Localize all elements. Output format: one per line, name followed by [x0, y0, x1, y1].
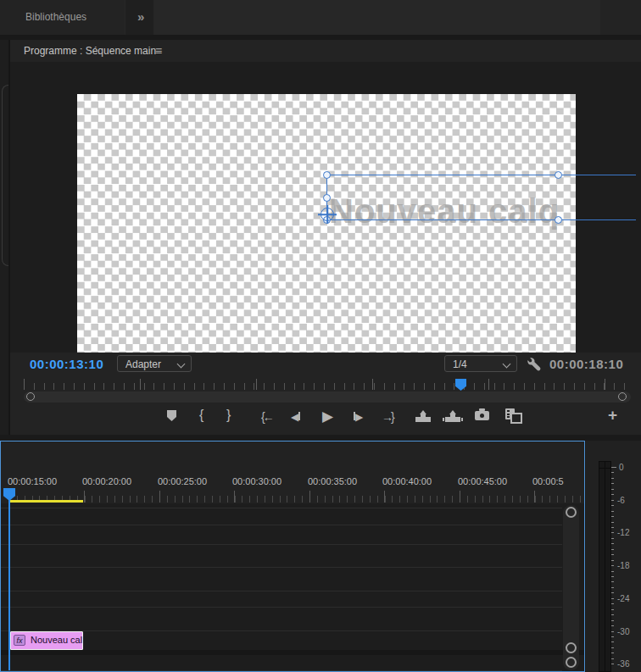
meter-scale-label: -24 — [617, 594, 629, 603]
monitor-zoom-scrollbar[interactable] — [24, 392, 631, 403]
ruler-label: 00:00:20:00 — [82, 476, 131, 486]
track-separator — [1, 607, 562, 608]
selection-handle-top-left[interactable] — [323, 171, 331, 179]
ruler-label: 00:00:40:00 — [382, 476, 432, 486]
chevron-down-icon — [177, 360, 186, 369]
scrollbar-right-knob[interactable] — [618, 392, 627, 401]
track-separator — [1, 591, 562, 591]
ruler-label: 00:00:45:00 — [458, 476, 507, 486]
track-separator — [1, 630, 562, 631]
track-separator — [1, 525, 562, 525]
zoom-level-dropdown[interactable]: Adapter — [117, 355, 192, 372]
bracket-glyph: } — [391, 410, 393, 424]
add-marker-button[interactable] — [167, 410, 176, 421]
selection-handle-mid-left[interactable] — [323, 194, 331, 202]
track-group-divider[interactable] — [1, 650, 584, 655]
selection-bottom-line — [326, 219, 636, 220]
export-frame-button[interactable] — [475, 411, 489, 420]
meter-scale-label: -6 — [617, 496, 625, 505]
playback-resolution-dropdown[interactable]: 1/4 — [444, 355, 517, 372]
tab-bar-right-spacer — [600, 0, 641, 35]
ruler-label: 00:00:5 — [532, 476, 564, 486]
render-bar-yellow — [10, 500, 83, 503]
panel-tab-bar: Bibliothèques » — [0, 0, 641, 35]
film-front-frame — [510, 413, 522, 424]
premiere-window: Bibliothèques » Programme : Séquence mai… — [0, 0, 641, 672]
program-monitor-title: Programme : Séquence main — [24, 40, 156, 62]
meter-scale-label: -30 — [617, 627, 629, 636]
triangle-left-glyph: ◀ — [291, 411, 298, 423]
zoom-level-value: Adapter — [125, 358, 161, 370]
ruler-label: 00:00:35:00 — [308, 476, 357, 486]
mark-in-button[interactable]: { — [199, 409, 203, 421]
ruler-label: 00:00:15:00 — [8, 476, 57, 486]
triangle-right-glyph: ▶ — [355, 411, 363, 423]
extract-icon-left-tab — [443, 418, 444, 421]
go-to-in-button[interactable]: {← — [261, 410, 272, 424]
panel-menu-icon[interactable]: ≡ — [155, 40, 162, 62]
ruler-label: 00:00:25:00 — [158, 476, 207, 486]
tab-libraries[interactable]: Bibliothèques — [0, 0, 125, 35]
clip-label: Nouveau cal — [31, 632, 82, 648]
meter-scale-label: -36 — [617, 659, 629, 669]
timeline-clip-nouveau-calque[interactable]: fx Nouveau cal — [10, 631, 83, 650]
graphic-text-layer[interactable]: Nouveau calq — [329, 190, 576, 232]
anchor-point-crosshair[interactable] — [320, 208, 334, 221]
button-editor-add[interactable]: + — [608, 406, 617, 425]
comparison-view-button[interactable] — [505, 408, 521, 422]
selection-handle-bottom-right[interactable] — [555, 216, 562, 224]
selection-top-line — [326, 175, 636, 175]
track-separator — [1, 508, 562, 508]
left-arrow-glyph: ← — [263, 410, 272, 424]
extract-icon-right-tab — [461, 418, 463, 421]
frame-bar — [298, 412, 300, 420]
scroll-knob-bottom-2[interactable] — [566, 657, 577, 668]
ruler-label: 00:00:30:00 — [232, 476, 281, 486]
meter-scale-label: -12 — [617, 528, 629, 537]
timeline-panel: 00:00:15:00 00:00:20:00 00:00:25:00 00:0… — [0, 441, 585, 672]
extract-button[interactable] — [445, 410, 460, 422]
tab-libraries-label: Bibliothèques — [25, 0, 86, 35]
playback-resolution-value: 1/4 — [453, 358, 467, 370]
lift-icon-bar — [415, 417, 431, 422]
meter-scale-ticks — [611, 467, 614, 667]
audio-meter-panel: 0 -6 -12 -18 -24 -30 -36 — [586, 441, 641, 672]
meter-bar-right — [605, 468, 611, 672]
play-button[interactable]: ▶ — [322, 408, 333, 425]
settings-wrench-icon[interactable] — [526, 356, 542, 372]
right-arrow-glyph: → — [382, 410, 391, 424]
timeline-playhead-line[interactable] — [8, 500, 10, 670]
extract-icon-bar — [445, 417, 460, 422]
timeline-ruler-major-ticks[interactable] — [9, 491, 584, 503]
step-back-button[interactable]: ◀ — [291, 411, 300, 423]
marker-icon — [167, 410, 176, 421]
meter-scale-tick-0 — [611, 467, 616, 468]
tab-overflow-chevron-icon[interactable]: » — [137, 0, 142, 35]
step-forward-button[interactable]: ▶ — [354, 411, 363, 423]
meter-scale-label: -18 — [617, 561, 629, 570]
scrollbar-left-knob[interactable] — [26, 392, 35, 401]
scrubber-major-ticks[interactable] — [24, 379, 629, 390]
fx-badge-icon: fx — [14, 635, 25, 646]
playhead-timecode[interactable]: 00:00:13:10 — [30, 357, 103, 371]
meter-scale-label: 0 — [619, 463, 624, 472]
track-separator — [1, 544, 562, 545]
go-to-out-button[interactable]: →} — [382, 410, 393, 424]
mark-out-button[interactable]: } — [226, 409, 231, 421]
timeline-track-area[interactable] — [1, 503, 584, 671]
track-separator — [1, 567, 562, 568]
out-point-timecode: 00:00:18:10 — [549, 357, 623, 371]
chevron-down-icon — [503, 360, 511, 369]
scroll-knob-top[interactable] — [566, 507, 577, 518]
scroll-knob-bottom-1[interactable] — [566, 642, 577, 653]
track-separator — [1, 670, 562, 671]
camera-icon — [475, 411, 489, 420]
selection-handle-top-right[interactable] — [555, 171, 562, 179]
program-monitor-panel: Programme : Séquence main ≡ Nouveau calq… — [10, 40, 641, 435]
lift-button[interactable] — [415, 410, 431, 422]
